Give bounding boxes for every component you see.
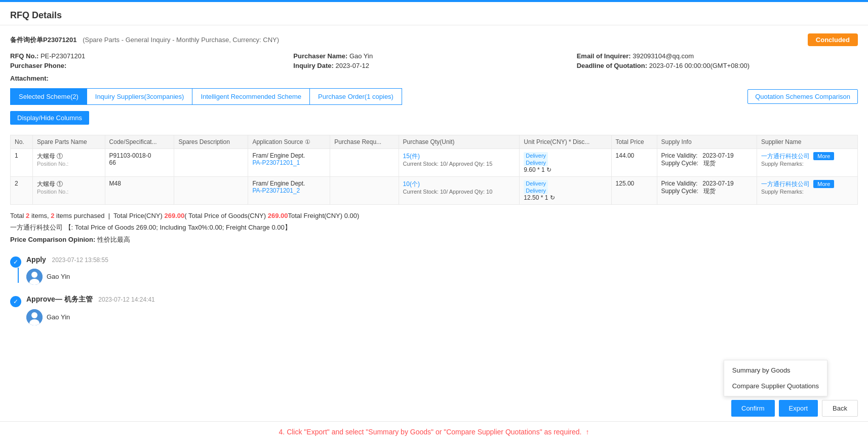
approval-user-apply: Gao Yin — [47, 273, 70, 280]
more-button-1[interactable]: More — [813, 152, 834, 160]
confirm-button[interactable]: Confirm — [731, 400, 775, 417]
rfq-email: Email of Inquirer: 392093104@qq.com — [577, 52, 858, 60]
approval-avatar-apply — [26, 269, 43, 285]
col-purchase-qty: Purchase Qty(Unit) — [399, 135, 520, 149]
rfq-inquiry-date: Inquiry Date: 2023-07-12 — [293, 62, 574, 69]
col-unit-price: Unit Price(CNY) * Disc... — [520, 135, 611, 149]
cell-no-2: 2 — [11, 177, 33, 205]
export-dropdown: Summary by Goods Compare Supplier Quotat… — [724, 360, 827, 396]
hint-arrow-icon: ↑ — [585, 428, 589, 436]
price-opinion-value: 性价比最高 — [97, 236, 130, 243]
col-spares-desc: Spares Description — [174, 135, 248, 149]
rfq-table: No. Spare Parts Name Code/Specificat... … — [10, 135, 858, 205]
app-source-link-1[interactable]: PA-P23071201_1 — [252, 159, 300, 166]
table-header-row: No. Spare Parts Name Code/Specificat... … — [11, 135, 858, 149]
tabs-group: Selected Scheme(2) Inquiry Suppliers(3co… — [10, 88, 402, 105]
cell-qty-1: 15(件) Current Stock: 10/ Approved Qty: 1… — [399, 149, 520, 177]
cell-spares-desc-1 — [174, 149, 248, 177]
page-title: RFQ Details — [10, 10, 858, 21]
approval-avatar-row-apply: Gao Yin — [26, 266, 858, 285]
approval-check-apply: ✓ — [10, 256, 21, 268]
approval-item-approve: ✓ Approve— 机务主管 2023-07-12 14:24:41 — [10, 295, 858, 325]
supplier-link-1[interactable]: 一方通行科技公司 — [761, 153, 810, 160]
cell-total-price-2: 125.00 — [611, 177, 657, 205]
cell-qty-2: 10(个) Current Stock: 10/ Approved Qty: 1… — [399, 177, 520, 205]
col-supply-info: Supply Info — [657, 135, 757, 149]
rfq-header: 备件询价单P23071201 (Spare Parts - General In… — [10, 33, 858, 46]
price-opinion-label: Price Comparison Opinion: — [10, 236, 97, 243]
company-summary: 一方通行科技公司 【: Total Price of Goods 269.00;… — [10, 222, 858, 233]
rfq-description: (Spare Parts - General Inquiry - Monthly… — [83, 36, 279, 44]
approval-item-apply: ✓ Apply 2023-07-12 13:58:55 — [10, 255, 858, 285]
supplier-link-2[interactable]: 一方通行科技公司 — [761, 180, 810, 188]
cell-code-1: P91103-0018-0 66 — [105, 149, 174, 177]
rfq-no: RFQ No.: PE-P23071201 — [10, 52, 291, 60]
more-button-2[interactable]: More — [813, 180, 834, 188]
cell-supplier-1: 一方通行科技公司 More Supply Remarks: — [757, 149, 857, 177]
col-supplier-name: Supplier Name — [757, 135, 857, 149]
rfq-purchaser: Purchaser Name: Gao Yin — [293, 52, 574, 60]
rfq-phone: Purchaser Phone: — [10, 62, 291, 69]
tab-purchase-order[interactable]: Purchase Order(1 copies) — [310, 88, 402, 105]
bottom-hint-text: 4. Click "Export" and select "Summary by… — [279, 428, 582, 436]
cell-supplier-2: 一方通行科技公司 More Supply Remarks: — [757, 177, 857, 205]
svg-point-1 — [31, 272, 37, 278]
approval-date-approve: 2023-07-12 14:24:41 — [98, 296, 154, 303]
page-header: RFQ Details — [0, 2, 868, 25]
col-spare-parts-name: Spare Parts Name — [32, 135, 105, 149]
approval-connector — [18, 268, 19, 283]
approval-user-approve: Gao Yin — [47, 313, 70, 321]
cell-spare-parts-2: 大螺母 ① Position No.: — [32, 177, 105, 205]
table-row: 1 大螺母 ① Position No.: P91103-0018-0 66 F… — [11, 149, 858, 177]
rfq-id: 备件询价单P23071201 — [10, 36, 77, 44]
col-app-source: Application Source ① — [248, 135, 330, 149]
cell-app-source-1: Fram/ Engine Dept. PA-P23071201_1 — [248, 149, 330, 177]
svg-point-4 — [31, 312, 37, 318]
approval-content-approve: Approve— 机务主管 2023-07-12 14:24:41 Gao Yi… — [26, 295, 858, 325]
col-code: Code/Specificat... — [105, 135, 174, 149]
approval-date-apply: 2023-07-12 13:58:55 — [52, 256, 108, 264]
col-purchase-req: Purchase Requ... — [330, 135, 399, 149]
approval-section: ✓ Apply 2023-07-12 13:58:55 — [10, 255, 858, 325]
rfq-title: 备件询价单P23071201 (Spare Parts - General In… — [10, 35, 279, 45]
status-badge: Concluded — [808, 33, 858, 46]
back-button[interactable]: Back — [822, 400, 858, 417]
bottom-actions: Confirm Export Back — [731, 400, 858, 417]
tab-selected-scheme[interactable]: Selected Scheme(2) — [10, 88, 87, 105]
cell-spare-parts-1: 大螺母 ① Position No.: — [32, 149, 105, 177]
approval-type-apply: Apply — [26, 255, 46, 264]
summary-section: Total 2 items, 2 items purchased | Total… — [10, 210, 858, 245]
cell-code-2: M48 — [105, 177, 174, 205]
display-hide-columns-button[interactable]: Display/Hide Columns — [10, 111, 89, 125]
approval-content-apply: Apply 2023-07-12 13:58:55 Gao Yin — [26, 255, 858, 285]
cell-purchase-req-1 — [330, 149, 399, 177]
col-total-price: Total Price — [611, 135, 657, 149]
rfq-info-grid: RFQ No.: PE-P23071201 Purchaser Name: Ga… — [10, 52, 858, 69]
cell-purchase-req-2 — [330, 177, 399, 205]
tab-inquiry-suppliers[interactable]: Inquiry Suppliers(3companies) — [87, 88, 193, 105]
approval-type-approve: Approve— 机务主管 — [26, 295, 93, 303]
export-button[interactable]: Export — [779, 400, 818, 417]
export-summary-by-goods[interactable]: Summary by Goods — [724, 362, 827, 378]
cell-supply-info-2: Price Validity: 2023-07-19 Supply Cycle:… — [657, 177, 757, 205]
tabs-wrapper: Selected Scheme(2) Inquiry Suppliers(3co… — [10, 88, 858, 105]
col-no: No. — [11, 135, 33, 149]
cell-spares-desc-2 — [174, 177, 248, 205]
export-compare-supplier[interactable]: Compare Supplier Quotations — [724, 378, 827, 394]
approval-avatar-approve — [26, 309, 43, 325]
approval-check-approve: ✓ — [10, 296, 21, 307]
cell-unit-price-1: Delivery Delivery 9.60 * 1 ↻ — [520, 149, 611, 177]
cell-total-price-1: 144.00 — [611, 149, 657, 177]
rfq-deadline: Deadline of Quotation: 2023-07-16 00:00:… — [577, 62, 858, 69]
approval-avatar-row-approve: Gao Yin — [26, 306, 858, 325]
app-source-link-2[interactable]: PA-P23071201_2 — [252, 187, 300, 194]
bottom-hint-bar: 4. Click "Export" and select "Summary by… — [0, 421, 868, 442]
cell-no-1: 1 — [11, 149, 33, 177]
quotation-comparison-button[interactable]: Quotation Schemes Comparison — [747, 89, 858, 104]
cell-unit-price-2: Delivery Delivery 12.50 * 1 ↻ — [520, 177, 611, 205]
cell-app-source-2: Fram/ Engine Dept. PA-P23071201_2 — [248, 177, 330, 205]
attachment-section: Attachment: — [10, 75, 858, 82]
tab-intelligent-scheme[interactable]: Intelligent Recommended Scheme — [192, 88, 310, 105]
table-row: 2 大螺母 ① Position No.: M48 Fram/ Engine D… — [11, 177, 858, 205]
table-scroll-container: No. Spare Parts Name Code/Specificat... … — [10, 135, 858, 205]
